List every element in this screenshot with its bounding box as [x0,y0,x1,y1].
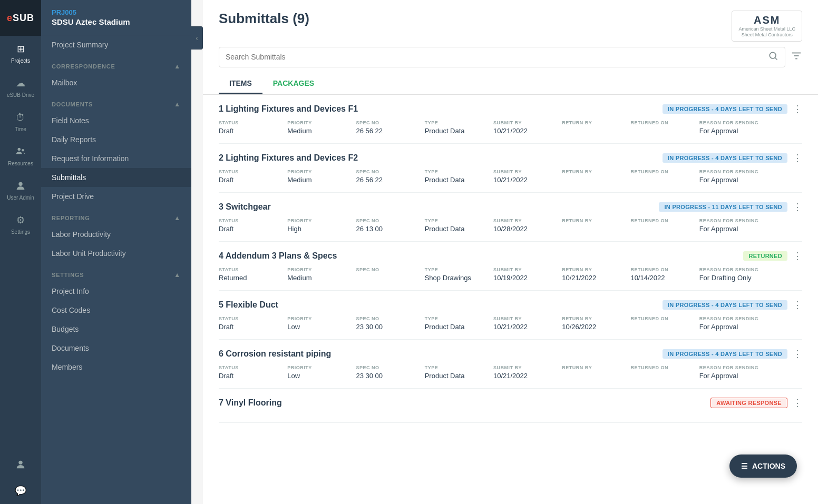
chevron-up-icon-reporting: ▲ [174,214,181,222]
search-input[interactable] [226,53,768,61]
profile-icon [14,458,27,471]
sidebar-item-field-notes[interactable]: Field Notes [41,111,191,130]
table-row: 5 Flexible Duct IN PROGRESS - 4 DAYS LEF… [219,291,802,340]
field-return-by: RETURN BY [562,120,630,127]
status-badge: AWAITING RESPONSE [710,398,787,408]
nav-projects[interactable]: ⊞ Projects [0,36,41,70]
field-submit-by: SUBMIT BY 10/19/2022 [493,267,562,282]
submittal-title: 1 Lighting Fixtures and Devices F1 [219,104,358,114]
field-returned-on: RETURNED ON [630,316,699,323]
field-reason: REASON FOR SENDING For Approval [699,316,802,331]
submittal-title: 2 Lighting Fixtures and Devices F2 [219,153,358,163]
field-return-by: RETURN BY [562,169,630,176]
field-reason: REASON FOR SENDING For Approval [699,169,802,184]
sidebar-item-labor-productivity[interactable]: Labor Productivity [41,225,191,244]
sidebar-item-project-summary[interactable]: Project Summary [41,35,191,54]
time-icon: ⏱ [14,111,27,124]
field-returned-on: RETURNED ON [630,218,699,225]
field-reason: REASON FOR SENDING For Approval [699,218,802,233]
project-name: SDSU Aztec Stadium [52,17,181,26]
sidebar-item-daily-reports[interactable]: Daily Reports [41,130,191,149]
sidebar-item-labor-unit-productivity[interactable]: Labor Unit Productivity [41,244,191,263]
sidebar-item-members[interactable]: Members [41,358,191,377]
more-options-icon[interactable]: ⋮ [793,103,802,115]
submittal-item-right: RETURNED ⋮ [743,250,802,262]
submittal-fields: STATUS Draft PRIORITY Medium SPEC NO 26 … [219,120,802,135]
sidebar-section-reporting: REPORTING ▲ [41,209,191,225]
search-icon[interactable] [768,51,778,64]
more-options-icon[interactable]: ⋮ [793,299,802,311]
field-type: TYPE Shop Drawings [425,267,493,282]
page-title: Submittals (9) [219,11,309,27]
submittal-title: 6 Corrosion resistant piping [219,349,331,359]
field-submit-by: SUBMIT BY 10/21/2022 [493,120,562,135]
nav-profile[interactable] [14,451,27,478]
chevron-up-icon: ▲ [174,63,181,70]
sidebar-item-cost-codes[interactable]: Cost Codes [41,301,191,320]
table-row: 6 Corrosion resistant piping IN PROGRESS… [219,340,802,389]
more-options-icon[interactable]: ⋮ [793,397,802,409]
tab-items[interactable]: ITEMS [219,74,262,94]
search-bar-area [219,47,802,74]
svg-point-1 [22,149,24,152]
field-spec-no: SPEC NO 26 56 22 [356,169,424,184]
field-status: STATUS Draft [219,316,287,331]
tabs-row: ITEMS PACKAGES [219,74,802,94]
filter-icon[interactable] [791,50,802,64]
field-return-by: RETURN BY 10/21/2022 [562,267,630,282]
field-reason: REASON FOR SENDING For Approval [699,120,802,135]
field-status: STATUS Draft [219,169,287,184]
submittal-item-right: IN PROGRESS - 11 DAYS LEFT TO SEND ⋮ [659,201,802,213]
more-options-icon[interactable]: ⋮ [793,152,802,164]
sidebar-item-submittals[interactable]: Submittals [41,168,191,187]
sidebar-header: PRJ005 SDSU Aztec Stadium [41,0,191,35]
sidebar-item-project-info[interactable]: Project Info [41,282,191,301]
nav-esub-drive[interactable]: ☁ eSUB Drive [0,70,41,104]
field-returned-on: RETURNED ON [630,120,699,127]
sidebar-item-documents[interactable]: Documents [41,339,191,358]
status-badge: IN PROGRESS - 11 DAYS LEFT TO SEND [659,202,787,212]
sidebar-item-rfi[interactable]: Request for Information [41,149,191,168]
field-spec-no: SPEC NO 23 30 00 [356,316,424,331]
submittal-fields: STATUS Draft PRIORITY Low SPEC NO 23 30 … [219,316,802,331]
nav-time[interactable]: ⏱ Time [0,104,41,139]
status-badge: RETURNED [743,251,787,261]
table-row: 1 Lighting Fixtures and Devices F1 IN PR… [219,95,802,144]
status-badge: IN PROGRESS - 4 DAYS LEFT TO SEND [663,349,787,359]
field-type: TYPE Product Data [425,218,493,233]
submittals-list: 1 Lighting Fixtures and Devices F1 IN PR… [203,95,818,504]
nav-resources[interactable]: Resources [0,139,41,173]
table-row: 2 Lighting Fixtures and Devices F2 IN PR… [219,144,802,193]
field-status: STATUS Draft [219,218,287,233]
app-logo: eSUB [0,0,41,36]
sidebar-item-budgets[interactable]: Budgets [41,320,191,339]
field-submit-by: SUBMIT BY 10/28/2022 [493,218,562,233]
sidebar-toggle[interactable]: ‹ [191,26,203,50]
submittal-item-right: IN PROGRESS - 4 DAYS LEFT TO SEND ⋮ [663,152,802,164]
more-options-icon[interactable]: ⋮ [793,348,802,360]
submittal-item-right: AWAITING RESPONSE ⋮ [710,397,802,409]
field-status: STATUS Draft [219,365,287,380]
search-input-wrap[interactable] [219,47,785,67]
resources-icon [14,145,27,159]
field-reason: REASON FOR SENDING For Drafting Only [699,267,802,282]
more-options-icon[interactable]: ⋮ [793,250,802,262]
chevron-up-icon-settings: ▲ [174,271,181,279]
nav-user-admin[interactable]: User Admin [0,173,41,207]
tab-packages[interactable]: PACKAGES [262,74,325,94]
table-row: 3 Switchgear IN PROGRESS - 11 DAYS LEFT … [219,193,802,242]
sidebar-item-mailbox[interactable]: Mailbox [41,73,191,92]
svg-point-2 [18,182,22,186]
field-return-by: RETURN BY [562,218,630,225]
nav-chat[interactable]: 💬 [14,478,27,504]
nav-settings[interactable]: ⚙ Settings [0,207,41,241]
project-id: PRJ005 [52,8,181,16]
field-return-by: RETURN BY [562,365,630,372]
field-submit-by: SUBMIT BY 10/21/2022 [493,169,562,184]
sidebar-item-project-drive[interactable]: Project Drive [41,187,191,206]
field-priority: PRIORITY Medium [287,169,356,184]
actions-fab[interactable]: ☰ ACTIONS [729,454,797,478]
submittal-fields: STATUS Draft PRIORITY Medium SPEC NO 26 … [219,169,802,184]
more-options-icon[interactable]: ⋮ [793,201,802,213]
settings-icon: ⚙ [14,213,27,227]
